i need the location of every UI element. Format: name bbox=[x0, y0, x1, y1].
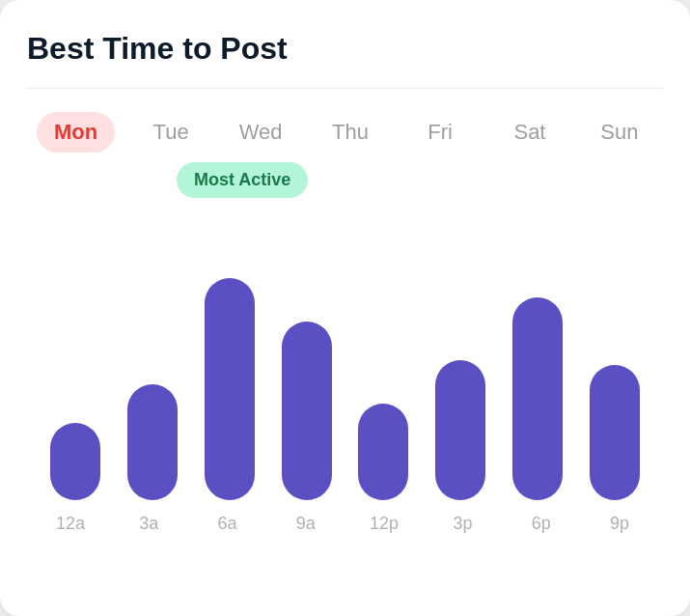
days-row: MonTueWedThuFriSatSun bbox=[27, 112, 663, 153]
time-label-3a: 3a bbox=[115, 514, 182, 534]
time-labels: 12a3a6a9a12p3p6p9p bbox=[27, 500, 663, 534]
time-label-6a: 6a bbox=[194, 514, 262, 534]
bar-3a[interactable] bbox=[127, 384, 178, 500]
time-label-12p: 12p bbox=[350, 514, 418, 534]
bar-12a[interactable] bbox=[50, 423, 100, 500]
time-label-9p: 9p bbox=[586, 514, 653, 534]
best-time-card: Best Time to Post MonTueWedThuFriSatSun … bbox=[0, 0, 690, 616]
day-item-sat[interactable]: Sat bbox=[496, 120, 564, 145]
bar-wrapper-9a bbox=[268, 322, 345, 500]
bar-wrapper-12p bbox=[345, 404, 423, 500]
bar-wrapper-3p bbox=[422, 360, 499, 500]
bar-wrapper-6a bbox=[191, 278, 268, 500]
bar-3p[interactable] bbox=[435, 360, 485, 500]
day-item-mon[interactable]: Mon bbox=[37, 112, 115, 153]
bar-6a[interactable] bbox=[205, 278, 255, 500]
bar-wrapper-3a bbox=[114, 384, 191, 500]
page-title: Best Time to Post bbox=[27, 31, 663, 67]
time-label-6p: 6p bbox=[508, 514, 575, 534]
most-active-badge: Most Active bbox=[177, 162, 308, 198]
bar-wrapper-6p bbox=[499, 297, 576, 500]
day-item-tue[interactable]: Tue bbox=[137, 120, 205, 145]
chart-area: Most Active 12a3a6a9a12p3p6p9p bbox=[27, 172, 663, 589]
bar-wrapper-9p bbox=[576, 365, 653, 500]
bar-9p[interactable] bbox=[590, 365, 640, 500]
bar-wrapper-12a bbox=[37, 423, 114, 500]
time-label-3p: 3p bbox=[428, 514, 496, 534]
time-label-9a: 9a bbox=[272, 514, 340, 534]
day-item-wed[interactable]: Wed bbox=[227, 120, 294, 145]
day-item-fri[interactable]: Fri bbox=[406, 120, 474, 145]
divider bbox=[27, 88, 663, 89]
bar-6p[interactable] bbox=[512, 297, 563, 500]
bars-container bbox=[27, 172, 663, 500]
bar-9a[interactable] bbox=[282, 322, 332, 500]
day-item-sun[interactable]: Sun bbox=[586, 120, 653, 145]
time-label-12a: 12a bbox=[37, 514, 104, 534]
day-item-thu[interactable]: Thu bbox=[317, 120, 384, 145]
bar-12p[interactable] bbox=[358, 404, 408, 500]
